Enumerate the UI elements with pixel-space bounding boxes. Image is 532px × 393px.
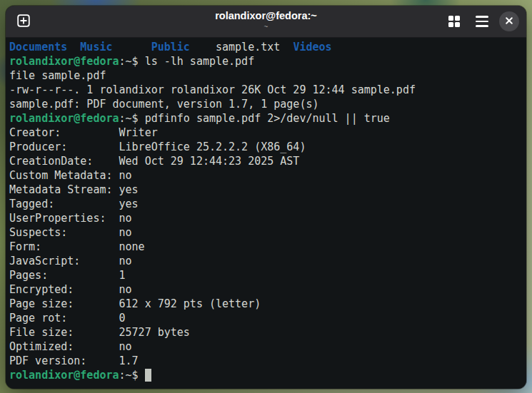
window-title-group: rolandixor@fedora:~ ~: [215, 9, 317, 31]
terminal-text-segment: Videos: [293, 41, 331, 53]
terminal-text-segment: sample.txt: [190, 41, 293, 53]
titlebar[interactable]: rolandixor@fedora:~ ~: [6, 6, 526, 38]
terminal-text-segment: rolandixor@fedora: [9, 112, 119, 125]
terminal-line: PDF version: 1.7: [9, 354, 523, 368]
terminal-text-segment: Suspects: no: [9, 226, 132, 239]
terminal-window: rolandixor@fedora:~ ~ Documents Music Pu…: [6, 6, 526, 389]
terminal-line: Documents Music Public sample.txt Videos: [9, 40, 523, 54]
terminal-text-segment: Custom Metadata: no: [9, 169, 132, 182]
terminal-line: -rw-r--r--. 1 rolandixor rolandixor 26K …: [9, 83, 523, 97]
terminal-line: Page rot: 0: [9, 311, 523, 325]
terminal-text-segment: File size: 25727 bytes: [9, 326, 190, 339]
close-icon: [505, 16, 513, 27]
new-tab-icon: [16, 13, 31, 31]
window-title: rolandixor@fedora:~: [215, 9, 317, 23]
terminal-line: Creator: Writer: [9, 126, 523, 140]
terminal-line: rolandixor@fedora:~$: [9, 368, 523, 382]
terminal-text-segment: Public: [151, 41, 190, 53]
close-button[interactable]: [499, 11, 519, 31]
terminal-text-segment: JavaScript: no: [9, 255, 132, 267]
terminal-text-segment: Encrypted: no: [9, 283, 132, 296]
terminal-text-segment: Music: [80, 41, 112, 53]
terminal-line: Pages: 1: [9, 268, 523, 282]
terminal-text-segment: Form: none: [9, 240, 145, 253]
terminal-text-segment: Pages: 1: [9, 269, 126, 282]
terminal-text-segment: CreationDate: Wed Oct 29 12:44:23 2025 A…: [9, 155, 299, 168]
menu-button[interactable]: [471, 11, 493, 32]
terminal-text-segment: PDF version: 1.7: [9, 354, 139, 367]
terminal-line: File size: 25727 bytes: [9, 325, 523, 340]
terminal-line: Suspects: no: [9, 225, 523, 240]
terminal-text-segment: Producer: LibreOffice 25.2.2.2 (X86_64): [9, 141, 306, 153]
terminal-line: rolandixor@fedora:~$ ls -lh sample.pdf: [9, 54, 523, 68]
window-subtitle: ~: [215, 23, 317, 31]
terminal-text-segment: Page size: 612 x 792 pts (letter): [9, 297, 261, 310]
terminal-line: Page size: 612 x 792 pts (letter): [9, 297, 523, 311]
tabs-grid-icon: [448, 16, 461, 28]
terminal-line: UserProperties: no: [9, 211, 523, 225]
terminal-text-segment: :~$: [119, 369, 145, 382]
terminal-line: rolandixor@fedora:~$ pdfinfo sample.pdf …: [9, 111, 523, 126]
new-tab-button[interactable]: [13, 11, 34, 32]
terminal-text-segment: UserProperties: no: [9, 212, 132, 225]
terminal-text-segment: Page rot: 0: [9, 312, 126, 325]
terminal-text-segment: sample.pdf: PDF document, version 1.7, 1…: [9, 98, 318, 111]
terminal-line: Encrypted: no: [9, 282, 523, 297]
terminal-line: Optimized: no: [9, 340, 523, 354]
terminal-line: CreationDate: Wed Oct 29 12:44:23 2025 A…: [9, 154, 523, 168]
tab-overview-button[interactable]: [443, 11, 465, 32]
terminal-line: sample.pdf: PDF document, version 1.7, 1…: [9, 97, 523, 111]
terminal-text-segment: Creator: Writer: [9, 126, 158, 139]
terminal-text-segment: [67, 41, 80, 53]
terminal-line: file sample.pdf: [9, 68, 523, 83]
terminal-text-segment: :~$ ls -lh sample.pdf: [119, 55, 255, 68]
terminal-text-segment: Metadata Stream: yes: [9, 183, 139, 196]
terminal-output[interactable]: Documents Music Public sample.txt Videos…: [6, 38, 526, 389]
terminal-line: Metadata Stream: yes: [9, 183, 523, 197]
terminal-text-segment: Documents: [9, 41, 67, 53]
terminal-line: Custom Metadata: no: [9, 168, 523, 183]
terminal-line: Form: none: [9, 240, 523, 254]
terminal-text-segment: :~$ pdfinfo sample.pdf 2>/dev/null || tr…: [119, 112, 390, 125]
terminal-text-segment: rolandixor@fedora: [9, 55, 119, 68]
terminal-line: JavaScript: no: [9, 254, 523, 268]
terminal-line: Tagged: yes: [9, 197, 523, 211]
terminal-text-segment: Tagged: yes: [9, 198, 139, 210]
terminal-line: Producer: LibreOffice 25.2.2.2 (X86_64): [9, 140, 523, 154]
terminal-text-segment: rolandixor@fedora: [9, 369, 119, 382]
terminal-cursor: [145, 369, 151, 382]
terminal-text-segment: [113, 41, 151, 53]
terminal-text-segment: Optimized: no: [9, 340, 132, 353]
hamburger-menu-icon: [476, 16, 488, 26]
terminal-text-segment: -rw-r--r--. 1 rolandixor rolandixor 26K …: [9, 83, 416, 96]
terminal-text-segment: file sample.pdf: [9, 69, 106, 82]
